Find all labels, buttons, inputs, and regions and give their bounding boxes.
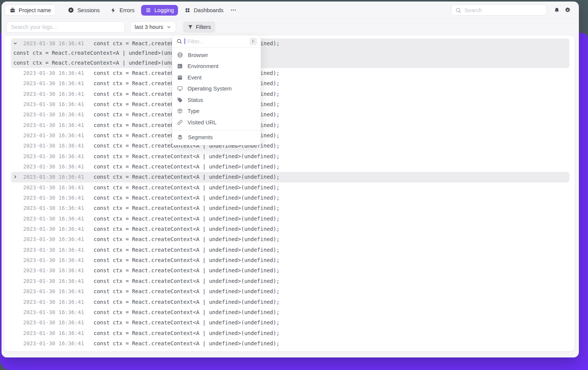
log-row[interactable]: 2023-01-30 16:36:41const ctx = React.cre…	[11, 338, 569, 349]
log-row-selected[interactable]: 2023-01-30 16:36:41const ctx = React.cre…	[11, 172, 569, 182]
layers-icon	[177, 134, 183, 140]
log-row[interactable]: 2023-01-30 16:36:41const ctx = React.cre…	[11, 130, 569, 141]
filter-dropdown: F BrowserEnvironmentEventOperating Syste…	[172, 35, 261, 145]
globe-icon	[177, 52, 183, 58]
time-range-select[interactable]: last 3 hours	[130, 21, 176, 33]
log-message: const ctx = React.createContext<A | unde…	[94, 236, 280, 242]
log-timestamp: 2023-01-30 16:36:41	[23, 101, 84, 107]
log-list-card: 2023-01-30 16:36:41const ctx = React.cre…	[4, 35, 575, 352]
text-cursor	[184, 38, 185, 44]
log-message: const ctx = React.createContext<A | unde…	[94, 195, 280, 201]
log-row[interactable]: 2023-01-30 16:36:41const ctx = React.cre…	[11, 255, 569, 265]
log-timestamp: 2023-01-30 16:36:41	[23, 319, 84, 326]
log-row[interactable]: 2023-01-30 16:36:41const ctx = React.cre…	[11, 162, 569, 172]
log-timestamp: 2023-01-30 16:36:41	[23, 216, 84, 222]
log-row[interactable]: 2023-01-30 16:36:41const ctx = React.cre…	[11, 203, 569, 213]
log-row-header[interactable]: 2023-01-30 16:36:41const ctx = React.cre…	[11, 38, 569, 49]
log-row[interactable]: 2023-01-30 16:36:41const ctx = React.cre…	[11, 234, 569, 245]
log-row[interactable]: 2023-01-30 16:36:41const ctx = React.cre…	[11, 318, 569, 328]
log-timestamp: 2023-01-30 16:36:41	[23, 132, 84, 138]
log-row[interactable]: 2023-01-30 16:36:41const ctx = React.cre…	[11, 183, 569, 193]
log-row[interactable]: 2023-01-30 16:36:41const ctx = React.cre…	[11, 328, 569, 338]
list-icon	[145, 7, 151, 13]
log-message: const ctx = React.createContext<A | unde…	[94, 288, 280, 294]
log-row[interactable]: 2023-01-30 16:36:41const ctx = React.cre…	[11, 224, 569, 234]
filter-option-segments[interactable]: Segments	[172, 132, 261, 143]
nav-item-logging[interactable]: Logging	[141, 5, 178, 16]
filter-footer: Segments	[172, 130, 261, 145]
log-message: const ctx = React.createContext<A | unde…	[94, 299, 280, 305]
filter-option-browser[interactable]: Browser	[172, 49, 261, 61]
nav-more-button[interactable]	[228, 5, 239, 16]
log-timestamp: 2023-01-30 16:36:41	[23, 40, 84, 46]
project-switcher-button[interactable]: Project name	[5, 5, 56, 16]
log-search-field[interactable]	[6, 21, 125, 33]
log-row[interactable]: 2023-01-30 16:36:41const ctx = React.cre…	[11, 286, 569, 297]
briefcase-icon	[10, 7, 16, 13]
filter-option-operating-system[interactable]: Operating System	[172, 83, 261, 95]
nav-item-dashboards[interactable]: Dashboards	[180, 5, 227, 16]
log-row[interactable]: 2023-01-30 16:36:41const ctx = React.cre…	[11, 151, 569, 162]
gear-icon	[564, 7, 571, 13]
log-row[interactable]: 2023-01-30 16:36:41const ctx = React.cre…	[11, 110, 569, 120]
log-row[interactable]: 2023-01-30 16:36:41const ctx = React.cre…	[11, 89, 569, 99]
log-message: const ctx = React.createContext<A | unde…	[94, 278, 280, 284]
log-entry-expanded[interactable]: 2023-01-30 16:36:41const ctx = React.cre…	[11, 38, 569, 68]
log-message: const ctx = React.createContext<A | unde…	[94, 340, 280, 346]
log-row[interactable]: 2023-01-30 16:36:41const ctx = React.cre…	[11, 68, 569, 78]
global-search[interactable]	[451, 5, 547, 16]
log-row[interactable]: 2023-01-30 16:36:41const ctx = React.cre…	[11, 265, 569, 276]
log-row[interactable]: 2023-01-30 16:36:41const ctx = React.cre…	[11, 141, 569, 151]
filter-search-input[interactable]	[188, 38, 247, 44]
log-detail-line: const ctx = React.createContext<A | unde…	[11, 59, 569, 68]
global-search-input[interactable]	[464, 7, 543, 13]
filter-option-visited-url[interactable]: Visited URL	[172, 117, 261, 128]
log-row[interactable]: 2023-01-30 16:36:41const ctx = React.cre…	[11, 245, 569, 255]
chevron-down-icon	[166, 24, 172, 30]
play-circle-icon	[68, 7, 74, 13]
filter-option-status[interactable]: Status	[172, 94, 261, 106]
grid-icon	[184, 7, 191, 13]
nav-item-errors[interactable]: Errors	[106, 5, 138, 16]
filter-option-event[interactable]: Event	[172, 72, 261, 83]
log-timestamp: 2023-01-30 16:36:41	[23, 309, 84, 315]
app-window: Project name SessionsErrorsLoggingDashbo…	[2, 2, 579, 357]
log-search-input[interactable]	[11, 24, 120, 30]
log-row[interactable]: 2023-01-30 16:36:41const ctx = React.cre…	[11, 78, 569, 89]
lightning-icon	[110, 7, 116, 13]
log-message: const ctx = React.createContext<A | unde…	[94, 184, 280, 191]
log-timestamp: 2023-01-30 16:36:41	[23, 184, 84, 191]
nav-item-sessions[interactable]: Sessions	[64, 5, 104, 16]
log-timestamp: 2023-01-30 16:36:41	[23, 257, 84, 263]
filter-dropdown-search[interactable]: F	[172, 35, 261, 48]
log-row[interactable]: 2023-01-30 16:36:41const ctx = React.cre…	[11, 99, 569, 110]
chevron-right-icon[interactable]	[13, 174, 18, 179]
log-timestamp: 2023-01-30 16:36:41	[23, 111, 84, 118]
log-timestamp: 2023-01-30 16:36:41	[23, 226, 84, 232]
log-message: const ctx = React.createContext<A | unde…	[94, 164, 280, 170]
log-list: 2023-01-30 16:36:41const ctx = React.cre…	[4, 38, 575, 349]
package-icon	[177, 108, 183, 114]
filter-option-type[interactable]: Type	[172, 106, 261, 117]
notifications-button[interactable]	[551, 5, 562, 16]
calendar-icon	[177, 75, 183, 81]
filters-button[interactable]: Filters	[183, 21, 215, 33]
log-timestamp: 2023-01-30 16:36:41	[23, 70, 84, 76]
log-timestamp: 2023-01-30 16:36:41	[23, 288, 84, 294]
log-row[interactable]: 2023-01-30 16:36:41const ctx = React.cre…	[11, 193, 569, 203]
page-background: Project name SessionsErrorsLoggingDashbo…	[0, 0, 588, 370]
log-message: const ctx = React.createContext<A | unde…	[94, 174, 280, 180]
project-name-label: Project name	[19, 7, 51, 13]
filter-option-environment[interactable]: Environment	[172, 61, 261, 72]
log-timestamp: 2023-01-30 16:36:41	[23, 164, 84, 170]
log-row[interactable]: 2023-01-30 16:36:41const ctx = React.cre…	[11, 297, 569, 307]
log-row[interactable]: 2023-01-30 16:36:41const ctx = React.cre…	[11, 307, 569, 318]
log-row[interactable]: 2023-01-30 16:36:41const ctx = React.cre…	[11, 276, 569, 286]
log-row[interactable]: 2023-01-30 16:36:41const ctx = React.cre…	[11, 214, 569, 224]
terminal-icon	[177, 63, 183, 69]
log-message: const ctx = React.createContext<A | unde…	[94, 247, 280, 253]
log-row[interactable]: 2023-01-30 16:36:41const ctx = React.cre…	[11, 120, 569, 130]
chevron-down-icon[interactable]	[13, 41, 18, 46]
settings-button[interactable]	[562, 5, 573, 16]
log-timestamp: 2023-01-30 16:36:41	[23, 278, 84, 284]
